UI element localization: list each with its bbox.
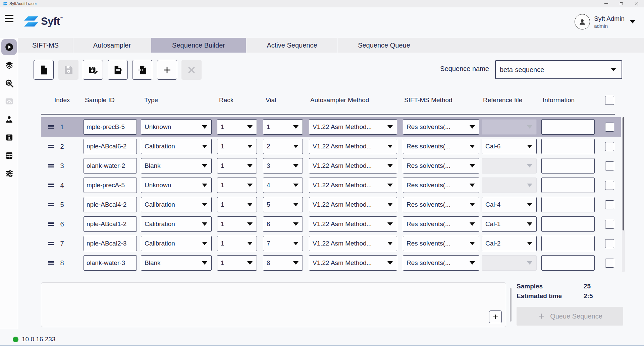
- sidebar-item-settings-sliders[interactable]: [0, 164, 18, 183]
- rack-select[interactable]: 1: [217, 139, 257, 154]
- sample-id-input[interactable]: [84, 139, 137, 154]
- siftms-method-select[interactable]: Res solvents(...: [403, 197, 479, 212]
- table-scrollbar-thumb[interactable]: [623, 117, 624, 230]
- row-checkbox[interactable]: [605, 220, 614, 229]
- row-checkbox[interactable]: [605, 123, 614, 132]
- rack-select[interactable]: 1: [217, 197, 257, 212]
- vial-select[interactable]: 2: [263, 139, 303, 154]
- sample-id-input[interactable]: [84, 158, 137, 174]
- type-select[interactable]: Blank: [141, 255, 212, 271]
- select-all-checkbox[interactable]: [605, 96, 614, 105]
- sidebar-item-search-analysis[interactable]: [0, 74, 18, 92]
- autosampler-method-select[interactable]: V1.22 Asm Method...: [309, 236, 397, 251]
- rack-select[interactable]: 1: [217, 178, 257, 193]
- vial-select[interactable]: 1: [263, 119, 303, 135]
- vial-select[interactable]: 3: [263, 158, 303, 174]
- sample-id-input[interactable]: [84, 236, 137, 251]
- autosampler-method-select[interactable]: V1.22 Asm Method...: [309, 197, 397, 212]
- siftms-method-select[interactable]: Res solvents(...: [403, 139, 479, 154]
- siftms-method-select[interactable]: Res solvents(...: [403, 255, 479, 271]
- sequence-name-dropdown[interactable]: beta-sequence: [495, 60, 622, 79]
- reference-file-select[interactable]: Cal-6: [482, 139, 537, 154]
- rack-select[interactable]: 1: [217, 119, 257, 135]
- row-drag-handle[interactable]: [48, 260, 54, 266]
- close-button[interactable]: [629, 0, 644, 7]
- sidebar-item-id-card[interactable]: [0, 128, 18, 146]
- information-input[interactable]: [541, 119, 595, 135]
- type-select[interactable]: Unknown: [141, 119, 212, 135]
- row-drag-handle[interactable]: [48, 124, 54, 130]
- sidebar-item-data-grid[interactable]: [0, 146, 18, 164]
- information-input[interactable]: [541, 139, 595, 154]
- vial-select[interactable]: 7: [263, 236, 303, 251]
- type-select[interactable]: Calibration: [141, 139, 212, 154]
- type-select[interactable]: Blank: [141, 158, 212, 174]
- sidebar-item-operator-user[interactable]: [0, 110, 18, 128]
- vial-select[interactable]: 8: [263, 255, 303, 271]
- tab-autosampler[interactable]: Autosampler: [73, 38, 151, 53]
- sample-id-input[interactable]: [84, 197, 137, 212]
- row-checkbox[interactable]: [605, 181, 614, 190]
- type-select[interactable]: Calibration: [141, 216, 212, 232]
- sample-id-input[interactable]: [84, 255, 137, 271]
- information-input[interactable]: [541, 178, 595, 193]
- autosampler-method-select[interactable]: V1.22 Asm Method...: [309, 255, 397, 271]
- save-as-sequence-button[interactable]: [83, 60, 103, 80]
- information-input[interactable]: [541, 216, 595, 232]
- row-checkbox[interactable]: [605, 200, 614, 209]
- export-sequence-button[interactable]: [108, 60, 128, 80]
- siftms-method-select[interactable]: Res solvents(...: [403, 119, 479, 135]
- information-input[interactable]: [541, 255, 595, 271]
- reference-file-select[interactable]: Cal-1: [482, 216, 537, 232]
- rack-select[interactable]: 1: [217, 236, 257, 251]
- row-drag-handle[interactable]: [48, 221, 54, 227]
- sidebar-item-run-sequence[interactable]: [0, 38, 18, 56]
- autosampler-method-select[interactable]: V1.22 Asm Method...: [309, 216, 397, 232]
- add-note-button[interactable]: [489, 310, 502, 323]
- autosampler-method-select[interactable]: V1.22 Asm Method...: [309, 178, 397, 193]
- autosampler-method-select[interactable]: V1.22 Asm Method...: [309, 139, 397, 154]
- vial-select[interactable]: 6: [263, 216, 303, 232]
- rack-select[interactable]: 1: [217, 216, 257, 232]
- type-select[interactable]: Calibration: [141, 236, 212, 251]
- user-menu[interactable]: Syft Admin admin: [575, 14, 635, 29]
- row-drag-handle[interactable]: [48, 163, 54, 168]
- information-input[interactable]: [541, 197, 595, 212]
- reference-file-select[interactable]: Cal-2: [482, 236, 537, 251]
- row-checkbox[interactable]: [605, 239, 614, 248]
- autosampler-method-select[interactable]: V1.22 Asm Method...: [309, 158, 397, 174]
- import-sequence-button[interactable]: [132, 60, 152, 80]
- sample-id-input[interactable]: [84, 216, 137, 232]
- row-drag-handle[interactable]: [48, 144, 54, 149]
- new-sequence-button[interactable]: [34, 60, 54, 80]
- tab-sift-ms[interactable]: SIFT-MS: [18, 38, 73, 53]
- add-row-button[interactable]: [157, 60, 177, 80]
- panel-scrollbar[interactable]: [510, 288, 512, 322]
- autosampler-method-select[interactable]: V1.22 Asm Method...: [309, 119, 397, 135]
- row-drag-handle[interactable]: [48, 202, 54, 207]
- row-checkbox[interactable]: [605, 161, 614, 170]
- siftms-method-select[interactable]: Res solvents(...: [403, 158, 479, 174]
- row-checkbox[interactable]: [605, 142, 614, 151]
- maximize-button[interactable]: [614, 0, 629, 7]
- rack-select[interactable]: 1: [217, 158, 257, 174]
- information-input[interactable]: [541, 236, 595, 251]
- type-select[interactable]: Calibration: [141, 197, 212, 212]
- vial-select[interactable]: 5: [263, 197, 303, 212]
- siftms-method-select[interactable]: Res solvents(...: [403, 236, 479, 251]
- type-select[interactable]: Unknown: [141, 178, 212, 193]
- rack-select[interactable]: 1: [217, 255, 257, 271]
- tab-sequence-builder[interactable]: Sequence Builder: [151, 38, 246, 53]
- table-scrollbar[interactable]: [622, 117, 625, 272]
- row-checkbox[interactable]: [605, 259, 614, 268]
- siftms-method-select[interactable]: Res solvents(...: [403, 178, 479, 193]
- reference-file-select[interactable]: Cal-4: [482, 197, 537, 212]
- menu-button[interactable]: [5, 15, 13, 22]
- tab-active-sequence[interactable]: Active Sequence: [246, 38, 337, 53]
- siftms-method-select[interactable]: Res solvents(...: [403, 216, 479, 232]
- information-input[interactable]: [541, 158, 595, 174]
- tab-sequence-queue[interactable]: Sequence Queue: [337, 38, 430, 53]
- sample-id-input[interactable]: [84, 178, 137, 193]
- row-drag-handle[interactable]: [48, 241, 54, 246]
- minimize-button[interactable]: [599, 0, 614, 7]
